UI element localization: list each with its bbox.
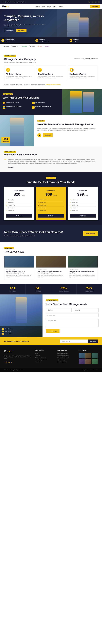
news-image-3 xyxy=(68,256,97,268)
contact-background: 📦 Physical Services ☁ Cloud Storage 🏭 Ph… xyxy=(0,294,43,337)
pricing-card-basic: Basic Storage Plan $20 /month ✓Feature O… xyxy=(4,187,34,220)
news-excerpt-3: Lorem ipsum dolor sit amet consectetur a… xyxy=(69,275,96,278)
data-backup-card-desc: Lorem ipsum dolor sit amet, consectetur … xyxy=(70,76,96,79)
why-trust-title: Why Trust Us with Your Valuables xyxy=(3,96,59,100)
footer-service-link-3[interactable]: Data Backup & Recovery xyxy=(57,357,76,358)
hero-title: Simplify, Organize, Access Anywhere xyxy=(4,14,50,22)
hero-get-started-button[interactable]: Get Started xyxy=(17,29,27,32)
news-article-title-3[interactable]: Essential Security Measures for Storage … xyxy=(69,271,96,274)
pricing-tag: PRICING PLAN xyxy=(46,177,56,179)
section-footer-link[interactable]: Storage Solutions Services xyxy=(46,84,61,85)
contact-section: 📦 Physical Services ☁ Cloud Storage 🏭 Ph… xyxy=(0,294,102,337)
customer-service-icon-2: ⭐ xyxy=(32,106,35,109)
about-read-more-button[interactable]: Read More xyxy=(43,133,53,137)
footer-quick-link-5[interactable]: Contact Us xyxy=(35,362,54,363)
premium-plan-name: Premium Plan xyxy=(38,190,64,191)
footer-quick-link-4[interactable]: Cloud Storage Solutions xyxy=(35,359,54,360)
play-video-button[interactable]: ▶ xyxy=(37,133,41,137)
footer-service-link-2[interactable]: Cloud Storage Solutions xyxy=(57,355,76,356)
testimonial-author: Author ★ xyxy=(8,166,98,168)
footer-service-link-5[interactable]: Enterprise Solutions xyxy=(57,362,76,363)
nav-home[interactable]: Home xyxy=(36,6,40,7)
contact-feature-icon-1: 📦 xyxy=(2,328,4,330)
about-description: Lorem ipsum dolor sit amet, consectetur … xyxy=(37,128,98,132)
newsletter-email-input[interactable] xyxy=(60,340,88,343)
customer-service-icon-1: 👥 xyxy=(3,106,5,109)
strip-specialized-label: SpecializedStorage Solutions xyxy=(39,39,49,42)
nav-shop[interactable]: Shop xyxy=(53,6,56,7)
newsletter-subscribe-button[interactable]: Subscribe xyxy=(88,340,98,343)
contact-feature-2: ☁ Cloud Storage xyxy=(2,330,41,332)
contact-form-area: CONTACT SERVICES Let's Discuss Your Stor… xyxy=(43,294,102,337)
nav-cta-button[interactable]: Get Started xyxy=(90,5,100,8)
flexible-storage-icon: 📦 xyxy=(3,102,5,104)
contact-feature-label-3: Physical solutions xyxy=(5,334,13,334)
gallery-thumb-5 xyxy=(85,358,91,364)
director-greeting: Dear Premium Clients xyxy=(74,58,84,60)
footer-quick-link-3[interactable]: File Storage Solutions xyxy=(35,357,54,358)
contact-submit-button[interactable]: Send Message xyxy=(46,329,59,333)
contact-feature-1: 📦 Physical Services xyxy=(2,328,41,330)
nav-blogs[interactable]: Blogs xyxy=(47,6,51,7)
news-article-title-1[interactable]: Securing Valuables: Top Tips for Safegua… xyxy=(6,271,33,274)
news-card-3: Trend April 25, 2024 Essential Security … xyxy=(68,256,98,279)
main-nav: Boxx Home About Blogs Shop Contacts Get … xyxy=(0,4,102,9)
data-backup-card-title: Data Backup & Recovery xyxy=(70,73,96,75)
about-tag: ABOUT US xyxy=(37,120,45,122)
hero-watch-video-button[interactable]: Watch Video xyxy=(4,29,15,32)
contact-message-input[interactable] xyxy=(46,319,98,327)
why-feature-service-2: ⭐ Exceptional Customer Service xyxy=(32,106,59,109)
twitter-icon[interactable]: t xyxy=(91,1,93,3)
about-badge: 100 Best Projects xyxy=(2,137,10,143)
customer-support-icon: ☎ xyxy=(70,39,72,42)
pricing-section: PRICING PLAN Find the Perfect Plan for Y… xyxy=(0,172,102,224)
linkedin-icon[interactable]: li xyxy=(98,1,100,3)
header-social-links: f t in li xyxy=(88,1,100,3)
client-logo-supra: supra xyxy=(4,46,9,48)
storage-service-tag: STORAGE SERVICE xyxy=(4,55,16,56)
stat-services-label: Our Services xyxy=(2,291,24,292)
enterprise-plan-features: ✓Feature One ✓Feature Two ✓Feature Three… xyxy=(70,198,96,212)
basic-feature-5: ✓Feature Five xyxy=(6,209,32,212)
convenient-access-icon: 🔑 xyxy=(32,102,35,104)
storage-service-description: Our all-in-one storage solutions provide… xyxy=(4,62,36,63)
footer-privacy-link[interactable]: Privacy Policy xyxy=(81,369,88,370)
footer-quick-link-1[interactable]: Home xyxy=(35,353,54,354)
footer-description: Lorem ipsum dolor sit amet consectetur a… xyxy=(4,354,33,360)
footer-service-link-4[interactable]: Physical Storage xyxy=(57,359,76,360)
cloud-storage-card-title: Cloud Storage Service xyxy=(38,73,64,75)
testimonial-title: What People Says About Boxx xyxy=(4,154,37,156)
basic-feature-3: ✓Feature Three xyxy=(6,204,32,207)
service-cards-container: 📁 File Storage Solutions Lorem ipsum dol… xyxy=(4,66,98,81)
facebook-icon[interactable]: f xyxy=(88,1,90,3)
news-tag: LATEST NEWS xyxy=(4,247,14,249)
stat-satisfaction-number: 99% xyxy=(53,286,75,290)
about-section: 100 Best Projects ABOUT US How We Became… xyxy=(0,115,102,146)
premium-plan-button[interactable]: Get Started xyxy=(38,214,64,218)
premium-plan-features: ✓Feature One ✓Feature Two ✓Feature Three… xyxy=(38,198,64,212)
client-logo-billion: BILLION xyxy=(12,46,18,48)
news-body-3: Trend April 25, 2024 Essential Security … xyxy=(68,268,97,279)
gallery-thumb-4 xyxy=(79,358,85,364)
basic-plan-price: $20 xyxy=(14,192,20,196)
enterprise-plan-button[interactable]: Get Started xyxy=(70,214,96,218)
more-space-button[interactable]: Get Free Quote xyxy=(83,231,98,236)
strip-item-physical: 🏭 Physical StorageFacilities xyxy=(0,37,34,44)
stat-services: 10 k Our Services xyxy=(0,284,26,294)
footer-services-col: Our Services File Storage Solutions Clou… xyxy=(57,350,76,364)
why-trust-features: 📦 Flexible Storage Options 🔑 Convenient … xyxy=(3,102,59,109)
file-storage-card-title: File Storage Solutions xyxy=(6,73,32,75)
instagram-icon[interactable]: in xyxy=(95,1,97,3)
storage-service-section: STORAGE SERVICE Storage Service Company … xyxy=(0,50,102,90)
file-storage-card-desc: Lorem ipsum dolor sit amet, consectetur … xyxy=(6,76,32,79)
footer-service-link-1[interactable]: File Storage Solutions xyxy=(57,353,76,354)
nav-about[interactable]: About xyxy=(42,6,45,7)
contact-name-input[interactable] xyxy=(46,308,71,312)
contact-phone-input[interactable] xyxy=(46,314,98,317)
contact-email-input[interactable] xyxy=(73,308,98,312)
basic-plan-button[interactable]: Get Started xyxy=(6,214,32,218)
footer-terms-link[interactable]: Terms of Service xyxy=(90,369,98,370)
footer-quick-link-2[interactable]: About Us xyxy=(35,355,54,356)
nav-contacts[interactable]: Contacts xyxy=(58,6,63,7)
news-article-title-2[interactable]: How Proper Organization Can Transform Yo… xyxy=(38,271,64,274)
